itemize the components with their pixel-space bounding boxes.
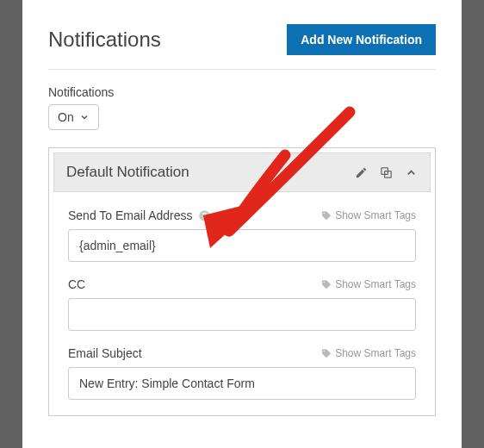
tag-icon [321,279,332,289]
settings-card: Notifications Add New Notification Notif… [22,0,462,448]
cc-label: CC [68,277,85,291]
cc-smart-tags-label: Show Smart Tags [335,278,416,290]
page-header: Notifications Add New Notification [48,24,436,70]
add-new-notification-button[interactable]: Add New Notification [287,24,436,55]
tag-icon [321,348,332,358]
notification-panel-body: Send To Email Address Show Smart Tags [49,196,435,400]
page-title: Notifications [48,28,161,52]
subject-smart-tags-label: Show Smart Tags [335,347,416,359]
chevron-down-icon [79,112,90,122]
collapse-icon[interactable] [405,166,418,179]
notification-panel: Default Notification Send To Email Addre… [48,147,436,416]
help-icon[interactable] [198,209,211,222]
notifications-toggle-value: On [58,110,74,124]
notifications-toggle-select[interactable]: On [48,104,99,130]
subject-input[interactable] [68,367,416,400]
send-to-input[interactable] [68,229,416,262]
notifications-toggle-label: Notifications [48,85,436,99]
notifications-toggle-group: Notifications On [48,85,436,130]
notification-panel-header: Default Notification [53,152,431,192]
cc-input[interactable] [68,298,416,331]
subject-smart-tags[interactable]: Show Smart Tags [321,347,416,359]
subject-label: Email Subject [68,346,142,360]
send-to-label: Send To Email Address [68,208,193,222]
tag-icon [321,210,332,221]
send-to-smart-tags-label: Show Smart Tags [335,209,416,221]
duplicate-icon[interactable] [380,166,393,179]
send-to-label-group: Send To Email Address [68,208,211,222]
send-to-row: Send To Email Address Show Smart Tags [68,208,416,262]
cc-smart-tags[interactable]: Show Smart Tags [321,278,416,290]
edit-icon[interactable] [355,166,368,179]
cc-row: CC Show Smart Tags [68,277,416,331]
notification-panel-actions [355,166,418,179]
subject-row: Email Subject Show Smart Tags [68,346,416,400]
notification-panel-title: Default Notification [66,164,189,181]
send-to-smart-tags[interactable]: Show Smart Tags [321,209,416,221]
